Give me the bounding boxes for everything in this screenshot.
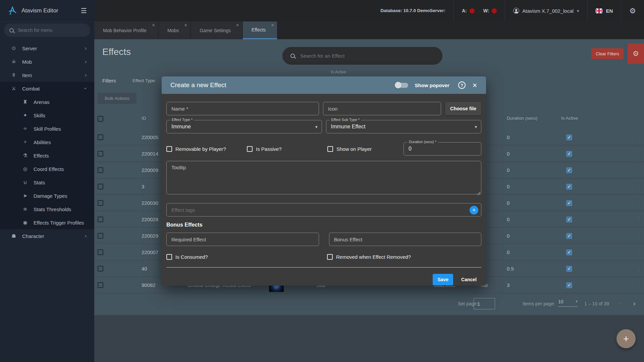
close-icon[interactable]: ✕ <box>236 23 239 27</box>
active-checkbox[interactable]: ✓ <box>566 200 572 206</box>
choose-file-button[interactable]: Choose file <box>445 102 481 115</box>
effect-type-select[interactable]: Effect Type * Immune ▾ <box>166 120 322 133</box>
row-menu-icon[interactable]: ⋮ <box>634 281 644 288</box>
sidebar-search[interactable] <box>4 23 90 37</box>
row-checkbox[interactable] <box>98 282 103 288</box>
cancel-button[interactable]: Cancel <box>461 277 477 282</box>
close-icon[interactable]: ✕ <box>184 23 187 27</box>
sidebar-item-character[interactable]: ☗Character› <box>0 229 94 243</box>
tab-mobs[interactable]: Mobs✕ <box>159 21 190 39</box>
effect-search[interactable] <box>282 47 442 65</box>
row-checkbox[interactable] <box>98 167 103 173</box>
sidebar-item-item[interactable]: ⚱Item› <box>0 68 94 82</box>
tab-effects[interactable]: Effects✕ <box>243 21 277 39</box>
sidebar-item-coord-effects[interactable]: ◎Coord Effects <box>0 162 94 176</box>
removed-when-checkbox[interactable]: Removed when Effect Removed? <box>327 254 411 260</box>
row-menu-icon[interactable]: ⋮ <box>634 150 644 157</box>
is-consumed-checkbox[interactable]: Is Consumed? <box>166 254 327 260</box>
column-header-duration[interactable]: Duration (secs) <box>507 116 538 121</box>
save-button[interactable]: Save <box>433 274 453 285</box>
active-checkbox[interactable]: ✓ <box>566 233 572 239</box>
sidebar-item-stats-thresholds[interactable]: ≋Stats Thresholds <box>0 202 94 216</box>
select-all-checkbox[interactable] <box>98 116 103 122</box>
row-menu-icon[interactable]: ⋮ <box>634 133 644 140</box>
removable-checkbox[interactable]: Removable by Player? <box>166 146 247 152</box>
sidebar-search-input[interactable] <box>18 27 85 33</box>
settings-menu[interactable]: ⚙ <box>621 0 644 21</box>
previous-page-button[interactable]: ‹ <box>620 299 623 308</box>
sidebar-item-effects[interactable]: ⚗Effects <box>0 149 94 162</box>
row-checkbox[interactable] <box>98 233 103 239</box>
account-menu[interactable]: Atavism X.7_002_local ▾ <box>505 0 587 21</box>
row-menu-icon[interactable]: ⋮ <box>634 166 644 173</box>
effect-sub-type-select[interactable]: Effect Sub Type * Immune Effect ▾ <box>326 120 482 133</box>
show-popover-toggle[interactable] <box>395 83 408 88</box>
active-checkbox[interactable]: ✓ <box>566 266 572 272</box>
sidebar-item-arenas[interactable]: ♜Arenas <box>0 95 94 109</box>
row-menu-icon[interactable]: ⋮ <box>634 265 644 272</box>
sidebar-item-skill-profiles[interactable]: ✧Skill Profiles <box>0 122 94 135</box>
add-effect-fab[interactable]: + <box>616 329 636 348</box>
sidebar-item-server[interactable]: ⊙Server› <box>0 42 94 55</box>
sidebar-item-stats[interactable]: ∪Stats <box>0 176 94 189</box>
row-checkbox[interactable] <box>98 200 103 206</box>
sidebar-item-mob[interactable]: ☠Mob› <box>0 55 94 68</box>
add-tag-button[interactable]: + <box>470 206 478 215</box>
row-checkbox[interactable] <box>98 249 103 255</box>
active-checkbox[interactable]: ✓ <box>566 184 572 190</box>
effect-type-filter-label[interactable]: Effect Type <box>132 78 155 83</box>
sidebar-item-effects-trigger-profiles[interactable]: ◉Effects Trigger Profiles <box>0 216 94 229</box>
bulk-actions-button[interactable]: Bulk Actions <box>98 93 137 104</box>
row-menu-icon[interactable]: ⋮ <box>634 248 644 255</box>
active-checkbox[interactable]: ✓ <box>566 249 572 255</box>
sidebar-item-damage-types[interactable]: ➤Damage Types <box>0 189 94 202</box>
row-checkbox[interactable] <box>98 134 103 140</box>
effect-tags-input[interactable] <box>167 207 481 213</box>
is-passive-checkbox[interactable]: Is Passive? <box>247 146 327 152</box>
next-page-button[interactable]: › <box>633 299 636 308</box>
active-checkbox[interactable]: ✓ <box>566 167 572 173</box>
active-checkbox[interactable]: ✓ <box>566 151 572 157</box>
help-icon[interactable]: ? <box>458 81 466 89</box>
set-page-input[interactable] <box>474 298 495 309</box>
active-checkbox[interactable]: ✓ <box>566 217 572 223</box>
row-checkbox[interactable] <box>98 217 103 222</box>
name-field[interactable] <box>166 102 319 115</box>
required-effect-field[interactable] <box>166 233 319 246</box>
row-menu-icon[interactable]: ⋮ <box>634 216 644 223</box>
language-selector[interactable]: EN <box>587 0 621 21</box>
chevron-right-icon: › <box>85 45 87 52</box>
tab-game-settings[interactable]: Game Settings✕ <box>191 21 242 39</box>
row-checkbox[interactable] <box>98 266 103 272</box>
row-menu-icon[interactable]: ⋮ <box>634 183 644 190</box>
row-checkbox[interactable] <box>98 151 103 157</box>
removed-when-label: Removed when Effect Removed? <box>336 254 411 260</box>
close-icon[interactable]: ✕ <box>152 23 155 27</box>
bonus-effect-field[interactable] <box>329 233 482 246</box>
sidebar-item-combat[interactable]: ⚔Combat› <box>0 82 94 95</box>
effect-tags-field[interactable]: + <box>166 203 481 217</box>
icon-field[interactable] <box>323 102 441 115</box>
duration-input[interactable] <box>404 142 481 155</box>
table-settings-button[interactable]: ⚙ <box>628 44 644 64</box>
hamburger-menu-icon[interactable]: ☰ <box>81 7 87 15</box>
show-on-player-checkbox[interactable]: Show on Player <box>327 146 372 152</box>
column-header-is-active[interactable]: Is Active <box>561 116 578 121</box>
effect-search-input[interactable] <box>300 53 434 59</box>
effects-icon: ⚗ <box>21 153 29 159</box>
row-menu-icon[interactable]: ⋮ <box>634 232 644 239</box>
active-checkbox[interactable]: ✓ <box>566 134 572 140</box>
sidebar-item-skills[interactable]: ✦Skills <box>0 109 94 122</box>
row-checkbox[interactable] <box>98 184 103 189</box>
tooltip-textarea[interactable] <box>166 161 481 194</box>
active-checkbox[interactable]: ✓ <box>566 282 572 288</box>
items-per-page-select[interactable]: 10 ▾ <box>558 299 578 307</box>
close-icon[interactable]: ✕ <box>472 82 477 89</box>
close-icon[interactable]: ✕ <box>271 23 274 27</box>
row-menu-icon[interactable]: ⋮ <box>634 199 644 206</box>
clear-filters-button[interactable]: Clear Filters <box>591 48 624 59</box>
column-header-id[interactable]: ID <box>142 116 146 121</box>
tab-mob-behavior-profile[interactable]: Mob Behavior Profile✕ <box>94 21 158 39</box>
sidebar-item-abilities[interactable]: ⚡Abilities <box>0 135 94 149</box>
duration-field[interactable]: Duration (secs) * <box>404 142 481 156</box>
